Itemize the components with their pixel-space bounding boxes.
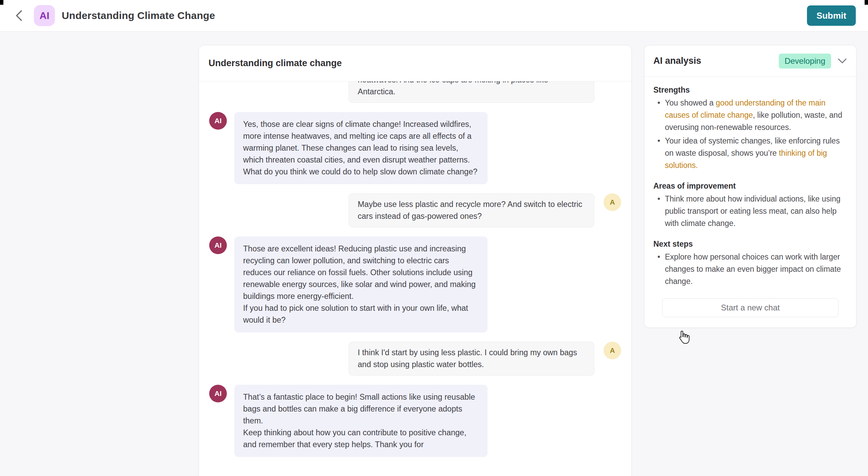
- message-bubble: I think I'd start by using less plastic.…: [349, 342, 594, 376]
- chat-messages[interactable]: heatwaves. And the ice caps are melting …: [199, 81, 631, 476]
- submit-button[interactable]: Submit: [807, 5, 856, 26]
- improvement-item: Think more about how individual actions,…: [653, 193, 847, 229]
- message-paragraph: Keep thinking about how you can contribu…: [243, 427, 479, 451]
- page-title: Understanding Climate Change: [62, 10, 215, 21]
- message-bubble: Yes, those are clear signs of climate ch…: [234, 112, 488, 184]
- ai-analysis-header: AI analysis Developing: [645, 45, 856, 77]
- ai-analysis-panel: AI analysis Developing Strengths You sho…: [644, 45, 856, 328]
- ai-analysis-title: AI analysis: [653, 56, 701, 66]
- screen-corner-mark: [0, 0, 3, 5]
- top-bar: AI Understanding Climate Change Submit: [0, 0, 868, 32]
- next-step-item: Explore how personal choices can work wi…: [653, 251, 847, 287]
- next-steps-heading: Next steps: [653, 240, 847, 249]
- improvements-heading: Areas of improvement: [653, 182, 847, 191]
- chevron-left-icon: [15, 10, 23, 21]
- chat-message-ai: AI Yes, those are clear signs of climate…: [209, 112, 621, 184]
- message-paragraph: If you had to pick one solution to start…: [243, 302, 479, 326]
- strength-item: You showed a good understanding of the m…: [653, 97, 847, 133]
- strengths-heading: Strengths: [653, 85, 847, 95]
- message-paragraph: What do you think we could do to help sl…: [243, 166, 479, 178]
- user-avatar: A: [604, 193, 621, 211]
- back-button[interactable]: [12, 9, 26, 22]
- chat-message-user: Maybe use less plastic and recycle more?…: [209, 193, 621, 227]
- ai-app-badge: AI: [34, 5, 55, 26]
- ai-avatar: AI: [209, 236, 227, 254]
- mouse-cursor-hand-icon: [676, 330, 692, 345]
- message-paragraph: Yes, those are clear signs of climate ch…: [243, 118, 479, 166]
- chat-message-user: I think I'd start by using less plastic.…: [209, 342, 621, 376]
- message-bubble: Maybe use less plastic and recycle more?…: [349, 193, 594, 227]
- message-paragraph: Those are excellent ideas! Reducing plas…: [243, 243, 479, 302]
- message-bubble: heatwaves. And the ice caps are melting …: [349, 81, 594, 103]
- chat-message-user: heatwaves. And the ice caps are melting …: [209, 81, 621, 103]
- chat-panel: Understanding climate change heatwaves. …: [199, 45, 632, 476]
- chat-message-ai: AI Those are excellent ideas! Reducing p…: [209, 236, 621, 332]
- strength-text: You showed a: [665, 98, 716, 107]
- chat-title: Understanding climate change: [199, 45, 631, 81]
- ai-avatar: AI: [209, 112, 227, 130]
- ai-analysis-body: Strengths You showed a good understandin…: [645, 77, 856, 317]
- start-new-chat-button[interactable]: Start a new chat: [662, 298, 839, 317]
- app-window: AI Understanding Climate Change Submit U…: [0, 0, 868, 476]
- user-avatar: A: [604, 342, 621, 359]
- chevron-down-icon: [837, 58, 847, 64]
- message-bubble: Those are excellent ideas! Reducing plas…: [234, 236, 488, 332]
- screen-corner-mark: [865, 0, 868, 5]
- status-badge: Developing: [779, 54, 831, 69]
- message-bubble: That’s a fantastic place to begin! Small…: [234, 385, 488, 457]
- strength-item: Your idea of systemic changes, like enfo…: [653, 135, 847, 171]
- chat-message-ai: AI That’s a fantastic place to begin! Sm…: [209, 385, 621, 457]
- ai-avatar: AI: [209, 385, 227, 402]
- message-paragraph: That’s a fantastic place to begin! Small…: [243, 391, 479, 427]
- ai-app-badge-label: AI: [40, 10, 50, 21]
- collapse-panel-button[interactable]: [837, 58, 847, 64]
